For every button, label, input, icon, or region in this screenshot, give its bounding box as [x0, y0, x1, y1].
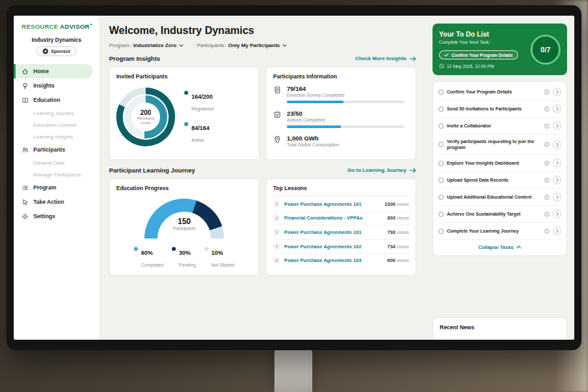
- invited-participants-card: Invited Participants 200 Participants In…: [109, 67, 259, 160]
- sidebar-item-home[interactable]: Home: [14, 64, 93, 78]
- consumption-icon: [273, 135, 282, 144]
- task-chevron-button[interactable]: [553, 176, 561, 184]
- arrow-right-icon: [409, 56, 416, 61]
- check-more-insights-link[interactable]: Check More Insights: [355, 56, 416, 61]
- task-row[interactable]: Achieve One Sustainability Target: [438, 206, 561, 223]
- legend-dot: [172, 247, 176, 251]
- learning-journey-cards: Education Progress 150 Participants: [109, 178, 416, 276]
- sidebar-item-manage-participants[interactable]: Manage Participants: [14, 169, 99, 180]
- recent-news-header[interactable]: Recent News: [433, 318, 567, 340]
- task-chevron-button[interactable]: [553, 105, 561, 113]
- lesson-link[interactable]: Power Purchase Agreements 101: [284, 201, 381, 207]
- sidebar-item-education[interactable]: Education: [14, 93, 99, 107]
- lesson-row: 3 Power Purchase Agreements 101 793views: [273, 225, 409, 240]
- lesson-link[interactable]: Power Purchase Agreements 101: [284, 229, 384, 235]
- sponsor-badge[interactable]: Sponsor: [37, 46, 76, 56]
- task-chevron-button[interactable]: [553, 140, 561, 149]
- legend-item-active: 84/164 Active: [184, 121, 214, 144]
- progress-bar: [287, 101, 404, 103]
- legend-value: 10%: [212, 250, 223, 256]
- lesson-link[interactable]: Power Purchase Agreements 103: [284, 257, 384, 263]
- task-checkbox[interactable]: [438, 195, 444, 200]
- chevron-right-icon: [556, 161, 559, 165]
- todo-title: Your To Do List: [439, 30, 518, 38]
- lesson-link[interactable]: Financial Considerations - VPPAs: [284, 215, 384, 221]
- participants-filter[interactable]: Participants: Only My Participants: [197, 42, 287, 48]
- sidebar-item-education-content[interactable]: Education Content: [14, 119, 99, 131]
- card-title: Top Lessons: [273, 185, 409, 196]
- nav-label: Participants: [33, 146, 65, 153]
- sidebar-item-learning-journey[interactable]: Learning Journey: [14, 107, 99, 119]
- link-label: Go to Learning Journey: [348, 167, 406, 173]
- sidebar-item-participants[interactable]: Participants: [14, 142, 99, 157]
- legend-dot: [184, 122, 188, 126]
- nav-label: Program: [33, 184, 56, 191]
- task-row[interactable]: Explore Your Insights Dashboard: [438, 155, 561, 172]
- sidebar-item-program[interactable]: Program: [14, 180, 99, 195]
- card-title: Participants Information: [273, 73, 409, 80]
- lesson-rank: 3: [273, 229, 280, 236]
- chevron-down-icon: [179, 44, 184, 47]
- participants-information-card: Participants Information 79/164 Emission…: [266, 67, 416, 160]
- lesson-views-unit: views: [397, 257, 409, 263]
- chevron-right-icon: [556, 212, 559, 216]
- sidebar-item-general-data[interactable]: General Data: [14, 157, 99, 169]
- home-icon: [22, 68, 29, 75]
- task-row[interactable]: Verify participants requesting to join t…: [438, 135, 561, 155]
- task-checkbox[interactable]: [438, 123, 444, 129]
- task-checkbox[interactable]: [438, 142, 444, 147]
- sidebar-item-learning-insights[interactable]: Learning Insights: [14, 131, 99, 142]
- program-list-icon: [22, 184, 29, 191]
- todo-progress-ring: 0/7: [531, 35, 561, 65]
- task-chevron-button[interactable]: [553, 88, 561, 96]
- arrow-right-icon: [409, 168, 416, 173]
- donut-legend: 164/200 Registered 84/164 Active: [184, 90, 214, 144]
- task-row[interactable]: Complete Your Learning Journey: [438, 223, 561, 240]
- donut-center-value: 200: [140, 109, 152, 116]
- task-row[interactable]: Confirm Your Program Details: [438, 84, 561, 101]
- sidebar-nav: Home Insights Education Learning Journey…: [14, 64, 99, 223]
- donut-chart: 200 Participants Invited: [116, 88, 175, 146]
- stat-actions-completed: 23/50 Actions Completed: [273, 110, 409, 128]
- task-chevron-button[interactable]: [553, 193, 561, 201]
- legend-dot: [184, 91, 188, 95]
- info-icon: [544, 90, 549, 95]
- task-label: Invite a Collaborator: [447, 123, 541, 129]
- task-row[interactable]: Invite a Collaborator: [438, 118, 561, 135]
- sidebar-item-insights[interactable]: Insights: [14, 78, 99, 93]
- chevron-right-icon: [556, 195, 559, 199]
- donut-center-label: Participants Invited: [135, 116, 156, 124]
- stat-label: Emission Survey Completed: [287, 93, 409, 97]
- sidebar-item-settings[interactable]: Settings: [14, 209, 99, 223]
- task-row[interactable]: Upload Spend Data Records: [438, 172, 561, 189]
- task-row[interactable]: Send 50 Invitations to Participants: [438, 101, 561, 118]
- task-checkbox[interactable]: [438, 106, 444, 112]
- lesson-row: 5 Power Purchase Agreements 103 600views: [273, 253, 409, 267]
- task-chevron-button[interactable]: [553, 122, 561, 130]
- task-label: Confirm Your Program Details: [447, 89, 541, 95]
- filter-value: Only My Participants: [228, 42, 280, 48]
- task-chevron-button[interactable]: [553, 159, 561, 167]
- program-filter[interactable]: Program: Industrialize Zero: [109, 42, 184, 48]
- task-checkbox[interactable]: [438, 212, 444, 217]
- next-task-chip[interactable]: Confirm Your Program Details: [439, 50, 518, 59]
- lesson-views-unit: views: [397, 229, 409, 235]
- stat-value: 79/164: [287, 85, 409, 92]
- task-checkbox[interactable]: [438, 161, 444, 166]
- collapse-tasks-link[interactable]: Collapse Tasks: [438, 240, 561, 254]
- task-label: Explore Your Insights Dashboard: [447, 160, 541, 166]
- participants-icon: [22, 146, 29, 154]
- todo-panel: Your To Do List Complete Your Next Task:…: [425, 16, 574, 340]
- sidebar-item-take-action[interactable]: Take Action: [14, 195, 99, 209]
- lesson-link[interactable]: Power Purchase Agreements 102: [284, 244, 384, 250]
- task-row[interactable]: Upload Additional Educational Content: [438, 189, 561, 206]
- task-checkbox[interactable]: [438, 229, 444, 234]
- gauge-center-label: Participants: [144, 226, 224, 231]
- task-checkbox[interactable]: [438, 178, 444, 183]
- task-chevron-button[interactable]: [553, 210, 561, 218]
- go-to-learning-journey-link[interactable]: Go to Learning Journey: [348, 167, 416, 173]
- task-chevron-button[interactable]: [553, 227, 561, 235]
- lesson-views: 793: [387, 229, 396, 235]
- collapse-label: Collapse Tasks: [478, 244, 514, 250]
- task-checkbox[interactable]: [438, 90, 444, 95]
